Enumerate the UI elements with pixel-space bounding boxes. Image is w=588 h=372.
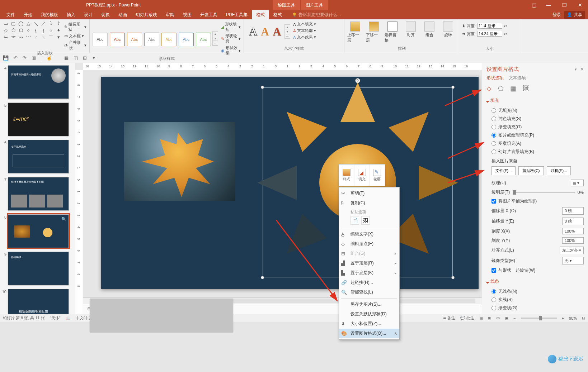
tab-developer[interactable]: 开发工具 [196, 10, 222, 19]
shape-fill-button[interactable]: ◢ 形状填充 ▾ [221, 22, 241, 32]
text-outline-button[interactable]: A 文本轮廓 ▾ [293, 28, 316, 33]
ribbon-options-icon[interactable]: ▢ [527, 0, 541, 10]
zoom-in-icon[interactable]: + [562, 316, 564, 320]
radio-no-line[interactable]: 无线条(N) [486, 287, 584, 296]
slide-thumbnails-panel[interactable]: 4历史事件的重要人物的排名 5ε=mc² 6文字说明示例 7您漫下面将我这给你看… [0, 63, 75, 314]
qat-icon[interactable]: ⊞ [83, 55, 87, 61]
share-button[interactable]: 👤 共享 [564, 11, 585, 19]
horizontal-scrollbar[interactable] [83, 297, 482, 304]
paste-option-1[interactable]: 📄 [351, 216, 359, 225]
comments-toggle[interactable]: 💬 批注 [460, 315, 474, 321]
scale-x-field[interactable]: 100% [562, 228, 584, 234]
touch-mode-icon[interactable]: ☝ [46, 55, 52, 61]
section-line[interactable]: 线条 [486, 278, 584, 285]
bring-forward-button[interactable]: 上移一层 [347, 22, 363, 43]
save-icon[interactable]: 💾 [3, 55, 9, 61]
radio-gradient-line[interactable]: 渐变线(G) [486, 304, 584, 312]
tab-insert[interactable]: 插入 [62, 10, 80, 19]
qat-icon[interactable]: ▦ [64, 55, 69, 61]
tab-my-templates[interactable]: 我的模板 [37, 10, 62, 19]
ctx-edit-points[interactable]: ◇编辑顶点(E) [339, 239, 399, 249]
radio-no-fill[interactable]: 无填充(N) [486, 106, 584, 115]
thumb-6[interactable]: 6文字说明示例 [1, 140, 75, 173]
offset-x-field[interactable]: 0 磅 [562, 207, 584, 215]
wordart-gallery[interactable]: A A A [247, 22, 283, 38]
notes-toggle[interactable]: ≐ 备注 [443, 315, 455, 321]
zoom-slider[interactable] [521, 318, 557, 319]
section-fill[interactable]: 填充 [486, 97, 584, 104]
transparency-value[interactable]: 0% [578, 190, 584, 195]
radio-solid-line[interactable]: 实线(S) [486, 296, 584, 304]
tab-home[interactable]: 开始 [19, 10, 37, 19]
tab-review[interactable]: 审阅 [161, 10, 179, 19]
ctx-size-position[interactable]: ⬍大小和位置(Z)... [339, 319, 399, 329]
view-slideshow-icon[interactable]: ▣ [505, 316, 508, 320]
shape-outline-button[interactable]: ✎ 形状轮廓 ▾ [221, 33, 241, 44]
ctx-bring-front[interactable]: ▟置于顶层(R)▸ [339, 258, 399, 268]
slide-canvas[interactable] [83, 70, 482, 297]
view-normal-icon[interactable]: ▦ [479, 316, 483, 320]
style-gallery-scroll[interactable]: ▴▾⋯ [212, 31, 218, 46]
ctx-edit-text[interactable]: A̲编辑文字(X) [339, 229, 399, 239]
ctx-smart-lookup[interactable]: 🔍智能查找(L) [339, 287, 399, 297]
paste-option-2[interactable]: 🖼 [361, 216, 370, 225]
qat-icon[interactable]: ✦ [92, 55, 96, 61]
text-effects-button[interactable]: A 文本效果 ▾ [293, 34, 316, 40]
ctx-set-default-shape[interactable]: 设置为默认形状(D) [339, 309, 399, 319]
tab-format-drawing[interactable]: 格式 [252, 10, 269, 19]
thumb-9[interactable]: 9影响构成 [1, 252, 75, 285]
zoom-out-icon[interactable]: − [513, 316, 516, 320]
resize-handle[interactable] [451, 86, 455, 89]
start-from-beginning-icon[interactable]: ▥ [32, 55, 36, 61]
rotate-with-shape-checkbox[interactable]: 与形状一起旋转(W) [486, 266, 584, 275]
height-field[interactable]: ⬍ 高度: ▴▾ [462, 23, 517, 29]
tab-format-picture[interactable]: 格式 [269, 10, 286, 19]
text-box-button[interactable]: ▭ 文本框 ▾ [64, 33, 86, 39]
selection-pane-button[interactable]: 选择窗格 [385, 22, 400, 43]
mini-outline-button[interactable]: ✎轮廓 [370, 164, 385, 186]
shapes-gallery[interactable]: ▭▢◯△＼／⤵⤴ ◇⬠⬡○{}☆✦ ⬰⬲↝〰⟋⟍⌒▾ [3, 21, 61, 40]
radio-pattern-fill[interactable]: 图案填充(A) [486, 139, 584, 148]
tell-me-input[interactable]: 告诉我您想要做什么... [292, 12, 341, 18]
shape-style-gallery[interactable]: Abc Abc Abc Abc Abc Abc Abc [93, 30, 211, 46]
offset-y-field[interactable]: 0 磅 [562, 218, 584, 225]
wordart-gallery-scroll[interactable]: ▴▾⋯ [284, 24, 290, 39]
inserted-picture[interactable] [124, 122, 235, 201]
qat-icon[interactable]: ◫ [74, 55, 78, 61]
view-reading-icon[interactable]: ▭ [496, 316, 500, 320]
send-backward-button[interactable]: 下移一层 [366, 22, 382, 43]
size-properties-icon[interactable]: ▦ [510, 85, 516, 92]
tab-transitions[interactable]: 切换 [97, 10, 114, 19]
ctx-cut[interactable]: ✂剪切(T) [339, 189, 399, 198]
tab-animations[interactable]: 动画 [114, 10, 131, 19]
mini-style-button[interactable]: 样式 [339, 164, 354, 186]
mini-fill-button[interactable]: ◢填充 [354, 164, 370, 186]
resize-handle[interactable] [451, 276, 455, 279]
insert-online-button[interactable]: 联机(E)... [547, 166, 571, 175]
ctx-hyperlink[interactable]: 🔗超链接(H)... [339, 278, 399, 287]
close-button[interactable]: ✕ [572, 0, 588, 10]
tab-design[interactable]: 设计 [80, 10, 97, 19]
align-button[interactable]: 对齐 [403, 22, 419, 43]
ctx-send-back[interactable]: ▙置于底层(K)▸ [339, 268, 399, 278]
scale-y-field[interactable]: 100% [562, 237, 584, 244]
thumb-5[interactable]: 5ε=mc² [1, 102, 75, 136]
panel-tab-text-options[interactable]: 文本选项 [509, 75, 526, 81]
shape-effects-button[interactable]: ◉ 形状效果 ▾ [221, 45, 241, 56]
radio-picture-texture-fill[interactable]: 图片或纹理填充(P) [486, 131, 584, 139]
ctx-save-as-picture[interactable]: 另存为图片(S)... [339, 300, 399, 309]
fill-line-icon[interactable]: ◇ [486, 85, 491, 92]
tab-view[interactable]: 视图 [179, 10, 196, 19]
texture-field[interactable]: 纹理(U)▦ ▾ [486, 178, 584, 188]
thumb-10[interactable]: 10模板编辑说明和反馈 [1, 289, 75, 314]
rotate-button[interactable]: 旋转 [440, 22, 456, 43]
transparency-slider[interactable] [513, 192, 574, 193]
thumb-7[interactable]: 7您漫下面将我这给你看下的图 [1, 177, 75, 211]
radio-slide-bg-fill[interactable]: 幻灯片背景填充(B) [486, 148, 584, 156]
tab-slideshow[interactable]: 幻灯片放映 [131, 10, 161, 19]
effects-icon[interactable]: ⬠ [498, 85, 504, 92]
radio-gradient-fill[interactable]: 渐变填充(G) [486, 123, 584, 131]
width-field[interactable]: ⬌ 宽度: ▴▾ [462, 31, 517, 37]
radio-solid-fill[interactable]: 纯色填充(S) [486, 115, 584, 123]
ctx-copy[interactable]: ⎘复制(C) [339, 198, 399, 208]
